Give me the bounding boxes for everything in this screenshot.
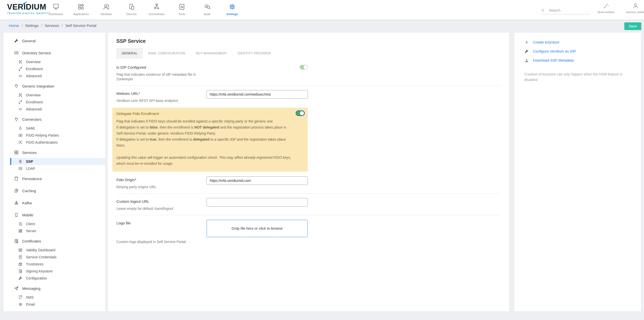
sidebar-item-truststores[interactable]: Truststores [10,261,105,268]
delegate-fido-toggle[interactable] [296,111,304,115]
delegate-fido-warning: Updating this value will trigger an auto… [116,154,294,167]
default-logout-path: /saml/logout [154,207,173,211]
page-title: SSP Service [116,38,501,44]
nav-item-orchestrator[interactable]: Orchestrator [144,0,169,20]
sidebar-item-advanced[interactable]: Advanced [10,72,105,79]
gear-icon [228,3,236,11]
sidebar-item-enrollment[interactable]: Enrollment [10,99,105,106]
action-link-label: Download SSP Metadata [533,58,574,62]
sidebar-item-ldap[interactable]: LDAP [10,165,105,172]
user-menu[interactable]: aencica_admin [622,3,644,14]
sidebar-item-overview[interactable]: Overview [10,58,105,65]
sidebar-item-directory-service[interactable]: Directory Service [4,47,105,58]
sidebar-item-email[interactable]: Email [10,301,105,308]
action-link-configure-veridium-as-idp[interactable]: Configure Veridium as IDP [524,47,641,56]
nav-label-settings: Settings [226,13,238,16]
sidebar-item-client[interactable]: Client [10,220,105,227]
nav-item-audit[interactable]: Audit [194,0,220,20]
code-icon [18,74,23,78]
sidebar-label-saml: SAML [26,126,36,130]
grid-icon [18,248,23,252]
ssp-general-form: Is IDP Configured Flag that indicates ex… [116,60,308,244]
sidebar-item-caching[interactable]: Caching [4,185,105,196]
veridium-admin-window: VERIDIUM TRUSTED DIGITAL IDENTITY Dashbo… [0,0,644,320]
sidebar-label-client: Client [26,222,35,226]
sidebar-item-mobile[interactable]: Mobile [4,209,105,220]
sidebar-item-overview[interactable]: Overview [10,92,105,99]
breadcrumb-services[interactable]: Services [45,23,59,28]
sidebar-label-fido-relying-parties: FIDO Relying Parties [26,133,59,137]
sidebar-label-directory-service: Directory Service [22,51,51,55]
tab-general[interactable]: GENERAL [116,48,143,59]
breadcrumb-settings[interactable]: Settings [25,23,39,28]
fido-origin-input[interactable] [207,176,308,185]
is-idp-configured-toggle[interactable] [300,65,308,69]
primary-nav: Dashboard Applications Identities Device… [43,0,245,20]
field-logo-file: Logo file Drop file here or click to bro… [116,216,308,239]
sidebar-label-truststores: Truststores [26,262,44,266]
nav-item-devices[interactable]: Devices [119,0,144,20]
quick-actions-button[interactable]: Quick Actions [592,3,620,14]
nav-item-dashboard[interactable]: Dashboard [43,0,69,20]
logo-file-dropzone[interactable]: Drop file here or click to browse [207,220,308,237]
sidebar-item-ssp[interactable]: SSP [10,158,105,165]
sidebar-item-advanced[interactable]: Advanced [10,106,105,113]
sidebar-item-enrollment[interactable]: Enrollment [10,65,105,72]
sidebar-item-validity-dashboard[interactable]: Validity Dashboard [10,247,105,254]
wand-icon [603,3,609,9]
sidebar-label-persistence: Persistence [22,177,42,181]
tab-saml-configuration[interactable]: SAML CONFIGURATION [143,48,191,59]
user-icon [632,3,639,9]
pulse-box-icon [178,3,186,11]
nav-item-applications[interactable]: Applications [69,0,94,20]
breadcrumb-separator: / [21,23,22,28]
card-lock-icon [18,133,23,138]
tab-key-management[interactable]: KEY MANAGEMENT [191,48,232,59]
sidebar-item-sms[interactable]: SMS [10,294,105,301]
sidebar-label-services: Services [22,150,37,155]
nav-item-identities[interactable]: Identities [94,0,119,20]
sidebar-item-messaging[interactable]: Messaging [4,283,105,294]
username-label: aencica_admin [626,11,644,14]
save-button[interactable]: Save [624,22,641,30]
sidebar-label-email: Email [26,302,35,306]
sidebar-item-fido-authenticators[interactable]: FIDO Authenticators [10,139,105,146]
sidebar-label-messaging: Messaging [22,286,41,291]
sidebar-item-certificates[interactable]: Certificates [4,235,105,247]
sidebar-item-kafka[interactable]: Kafka [4,197,105,208]
sidebar-label-ssp: SSP [26,159,33,164]
cluster-icon [14,200,19,205]
nav-item-tools[interactable]: Tools [169,0,194,20]
sidebar-item-saml[interactable]: SAML [10,125,105,132]
breadcrumb-home[interactable]: Home [9,23,19,28]
side-actions-panel: Create Keystore Configure Veridium as ID… [514,33,641,311]
sidebar-item-signing-keystore[interactable]: Signing Keystore [10,268,105,275]
at-icon [18,302,23,307]
search-input[interactable] [549,8,587,13]
breadcrumb-separator: / [41,23,42,28]
sidebar-item-service-credentials[interactable]: Service Credentials [10,254,105,261]
send-icon [14,286,19,291]
field-custom-logout-url: Custom logout URL Leave empty for defaul… [116,194,308,215]
sidebar-item-connectors[interactable]: Connectors [4,114,105,125]
sidebar-item-server[interactable]: Server [10,227,105,234]
nav-item-settings[interactable]: Settings [220,0,245,20]
sidebar-item-fido-relying-parties[interactable]: FIDO Relying Parties [10,132,105,139]
sidebar-item-services[interactable]: Services [4,147,105,158]
tab-identity-provider[interactable]: IDENTITY PROVIDER [232,48,276,59]
sidebar-label-connectors: Connectors [22,117,42,122]
logo-file-desc: Custom logo displayed in Self Service Po… [116,240,308,244]
sidebar-item-persistence[interactable]: Persistence [4,173,105,184]
websec-url-input[interactable] [207,90,308,99]
action-link-create-keystore[interactable]: Create Keystore [524,38,641,47]
wrench-icon [18,276,23,281]
plus-icon [524,40,529,45]
custom-logout-input[interactable] [207,198,308,207]
sidebar-item-generic-integration[interactable]: Generic Integration [4,81,105,92]
sidebar-item-general[interactable]: General [4,35,105,46]
audit-icon [203,3,211,11]
sidebar-item-configuration[interactable]: Configuration [10,275,105,282]
action-link-download-ssp-metadata[interactable]: Download SSP Metadata [524,56,641,65]
delegate-fido-description: Flag that indicates if FIDO keys should … [116,118,294,148]
sidebar-label-general: General [22,39,36,43]
